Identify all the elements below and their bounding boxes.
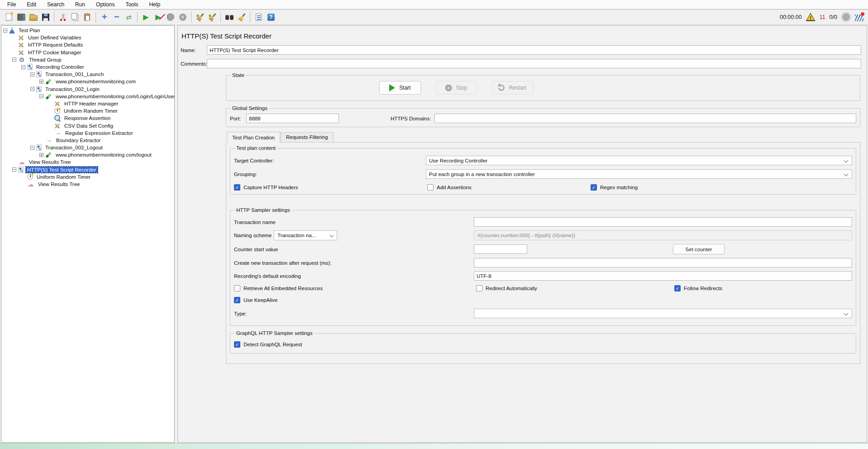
checkbox-follow-redirects[interactable]: Follow Redirects xyxy=(674,285,852,291)
tree-item-csv-data-set-config[interactable]: −CSV Data Set Config xyxy=(1,122,174,129)
menu-help[interactable]: Help xyxy=(143,0,166,9)
checkbox-detect-graphql-request[interactable]: Detect GraphQL Request xyxy=(234,341,302,348)
new-file-button[interactable] xyxy=(3,11,15,24)
menu-edit[interactable]: Edit xyxy=(21,0,42,9)
state-fieldset: State Start × Stop Restart xyxy=(226,72,860,101)
expand-icon[interactable]: + xyxy=(39,153,43,157)
type-select[interactable] xyxy=(474,309,852,318)
tree-item-www-phonenumbermonitoring-com-login-loginuser[interactable]: −www.phonenumbermonitoring.com/Login/Log… xyxy=(1,93,174,100)
function-helper-button[interactable] xyxy=(253,11,265,24)
assertion-icon xyxy=(54,115,61,121)
tree-item-test-plan[interactable]: −Test Plan xyxy=(1,27,174,34)
warning-count[interactable]: 11 xyxy=(820,14,825,20)
start-button[interactable]: ▶ xyxy=(140,11,152,24)
tree-item-www-phonenumbermonitoring-com-logout[interactable]: +www.phonenumbermonitoring.com/logout xyxy=(1,151,174,158)
search-reset-button[interactable] xyxy=(235,11,248,24)
naming-scheme-select[interactable]: Transaction na... xyxy=(274,230,337,240)
checkbox-redirect-automatically[interactable]: Redirect Automatically xyxy=(476,285,674,291)
clear-button[interactable] xyxy=(194,11,206,24)
tree-item-view-results-tree[interactable]: −☁View Results Tree xyxy=(1,158,174,166)
transaction-name-input[interactable] xyxy=(474,217,852,227)
tree-item-label: Uniform Random Timer xyxy=(62,108,119,114)
checkbox-box xyxy=(476,285,482,291)
toggle-button[interactable]: ⇄ xyxy=(123,11,135,24)
collapse-icon[interactable]: − xyxy=(12,167,16,172)
checkbox-box xyxy=(591,184,597,191)
set-counter-button[interactable]: Set counter xyxy=(673,244,725,254)
new-transaction-input[interactable] xyxy=(474,258,852,267)
remove-button[interactable]: − xyxy=(110,11,123,24)
menu-tools[interactable]: Tools xyxy=(120,0,143,9)
tree-item-response-assertion[interactable]: −Response Assertion xyxy=(1,115,174,122)
start-no-pauses-button[interactable]: ▶ xyxy=(152,11,164,24)
checkbox-box xyxy=(234,184,240,191)
toolbar: +−⇄▶▶×? 00:00:00 ! 11 0/0 xyxy=(0,10,868,25)
tab-test-plan-creation[interactable]: Test Plan Creation xyxy=(227,132,280,143)
tree-item-http-header-manager[interactable]: −HTTP Header manager xyxy=(1,100,174,107)
copy-button[interactable] xyxy=(69,11,81,24)
tree-item-uniform-random-timer[interactable]: −Uniform Random Timer xyxy=(1,173,174,181)
help-button[interactable]: ? xyxy=(265,11,277,24)
tree-item-http-s-test-script-recorder[interactable]: −HTTP(S) Test Script Recorder xyxy=(1,166,174,173)
tree-item-regular-expression-extractor[interactable]: −→Regular Expression Extractor xyxy=(1,129,174,137)
stop-icon xyxy=(167,14,174,21)
checkbox-capture-http-headers[interactable]: Capture HTTP Headers xyxy=(234,184,427,191)
open-button[interactable] xyxy=(27,11,39,24)
collapse-icon[interactable]: − xyxy=(12,57,16,62)
tree-item-user-defined-variables[interactable]: −User Defined Variables xyxy=(1,34,174,41)
paste-icon xyxy=(84,14,90,21)
menu-file[interactable]: File xyxy=(2,0,21,9)
tab-requests-filtering[interactable]: Requests Filtering xyxy=(281,132,334,142)
tree-item-transaction-002-login[interactable]: −Transaction_002_Login xyxy=(1,86,174,93)
default-encoding-input[interactable] xyxy=(474,271,852,281)
expand-icon[interactable]: + xyxy=(39,80,43,84)
tree-item-thread-group[interactable]: −⚙Thread Group xyxy=(1,56,174,63)
collapse-icon[interactable]: − xyxy=(30,87,34,91)
tree-item-www-phonenumbermonitoring-com[interactable]: +www.phonenumbermonitoring.com xyxy=(1,78,174,85)
search-button[interactable] xyxy=(223,11,235,24)
menu-run[interactable]: Run xyxy=(70,0,91,9)
tree-item-boundary-extractor[interactable]: −→Boundary Extractor xyxy=(1,137,174,144)
collapse-icon[interactable]: − xyxy=(30,146,34,150)
checkbox-use-keepalive[interactable]: Use KeepAlive xyxy=(234,297,277,303)
naming-scheme-preview: #{counter,number,000} - #{path} (#{name}… xyxy=(474,230,852,240)
checkbox-retrieve-all-embedded-resources[interactable]: Retrieve All Embedded Resources xyxy=(234,285,476,291)
save-button[interactable] xyxy=(39,11,52,24)
name-input[interactable] xyxy=(207,45,861,55)
tree-item-label: View Results Tree xyxy=(37,181,81,187)
warning-icon[interactable]: ! xyxy=(806,13,816,21)
add-button[interactable]: + xyxy=(98,11,110,24)
open-icon xyxy=(29,15,38,21)
tree-item-label: HTTP Cookie Manager xyxy=(27,49,82,56)
collapse-icon[interactable]: − xyxy=(39,94,43,98)
menu-options[interactable]: Options xyxy=(91,0,120,9)
counter-start-input[interactable] xyxy=(474,244,527,254)
comments-input[interactable] xyxy=(207,59,861,68)
stop-button[interactable] xyxy=(164,11,176,24)
checkbox-regex-matching[interactable]: Regex matching xyxy=(591,184,852,191)
templates-button[interactable] xyxy=(15,11,27,24)
restart-arrow-icon xyxy=(497,83,506,92)
grouping-select[interactable]: Put each group in a new transaction cont… xyxy=(426,169,852,179)
menu-search[interactable]: Search xyxy=(42,0,70,9)
https-domains-input[interactable] xyxy=(434,114,856,123)
tree-item-recording-controller[interactable]: −Recording Controller xyxy=(1,63,174,71)
collapse-icon[interactable]: − xyxy=(21,65,25,69)
start-button[interactable]: Start xyxy=(379,81,421,95)
test-plan-content-legend: Test plan content xyxy=(235,145,277,151)
collapse-icon[interactable]: − xyxy=(3,29,7,33)
tree-item-transaction-003-logout[interactable]: −Transaction_003_Logout xyxy=(1,144,174,151)
tree-item-http-cookie-manager[interactable]: −HTTP Cookie Manager xyxy=(1,49,174,56)
cut-button[interactable] xyxy=(57,11,69,24)
port-input[interactable] xyxy=(246,114,339,123)
tree-item-uniform-random-timer[interactable]: −Uniform Random Timer xyxy=(1,107,174,115)
checkbox-add-assertions[interactable]: Add Assertions xyxy=(427,184,591,191)
tree-item-view-results-tree[interactable]: −☁View Results Tree xyxy=(1,181,174,188)
target-controller-select[interactable]: Use Recording Controller xyxy=(426,156,852,165)
tree-item-transaction-001-launch[interactable]: −Transaction_001_Launch xyxy=(1,71,174,78)
collapse-icon[interactable]: − xyxy=(30,72,34,76)
shutdown-button[interactable]: × xyxy=(176,11,189,24)
clear-all-button[interactable] xyxy=(206,11,218,24)
paste-button[interactable] xyxy=(81,11,93,24)
tree-item-http-request-defaults[interactable]: −HTTP Request Defaults xyxy=(1,41,174,48)
